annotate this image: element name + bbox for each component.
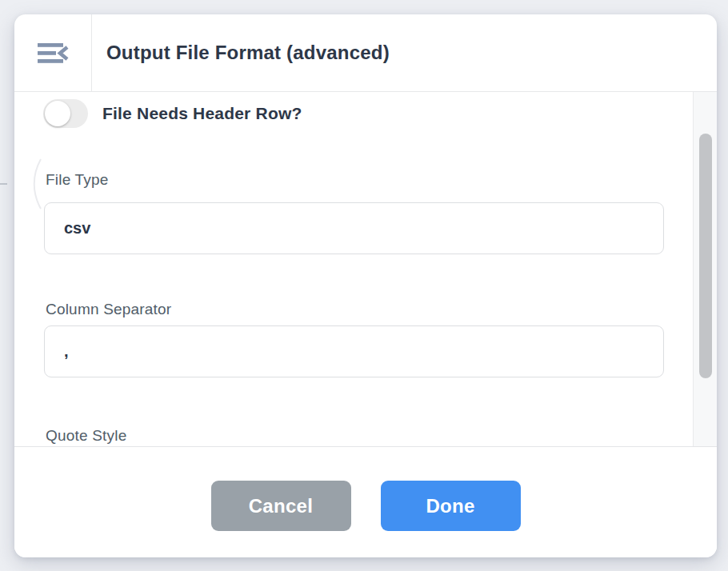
- underlay-arc: [29, 156, 45, 212]
- collapse-panel-icon: [38, 43, 69, 63]
- dialog-title: Output File Format (advanced): [92, 14, 390, 91]
- cancel-button[interactable]: Cancel: [211, 481, 351, 531]
- file-type-label: File Type: [46, 171, 109, 189]
- dialog-body: File Needs Header Row? File Type Column …: [14, 92, 717, 446]
- dialog-header: Output File Format (advanced): [14, 14, 717, 92]
- file-needs-header-row-toggle[interactable]: [43, 99, 88, 128]
- scrollbar-track[interactable]: [693, 92, 717, 446]
- page-background: Output File Format (advanced) File Needs…: [0, 0, 728, 571]
- header-row-toggle-group: File Needs Header Row?: [43, 99, 302, 128]
- scrollbar-thumb[interactable]: [699, 134, 712, 378]
- column-separator-label: Column Separator: [46, 301, 171, 318]
- column-separator-input[interactable]: [44, 325, 664, 377]
- dialog-footer: Cancel Done: [14, 446, 717, 557]
- toggle-knob: [45, 101, 70, 126]
- file-needs-header-row-label: File Needs Header Row?: [102, 104, 302, 123]
- collapse-panel-button[interactable]: [14, 14, 92, 91]
- file-type-input[interactable]: [44, 202, 664, 254]
- done-button[interactable]: Done: [381, 481, 521, 531]
- output-file-format-dialog: Output File Format (advanced) File Needs…: [14, 14, 717, 557]
- underlay-dash: [0, 183, 7, 185]
- quote-style-label: Quote Style: [46, 427, 126, 445]
